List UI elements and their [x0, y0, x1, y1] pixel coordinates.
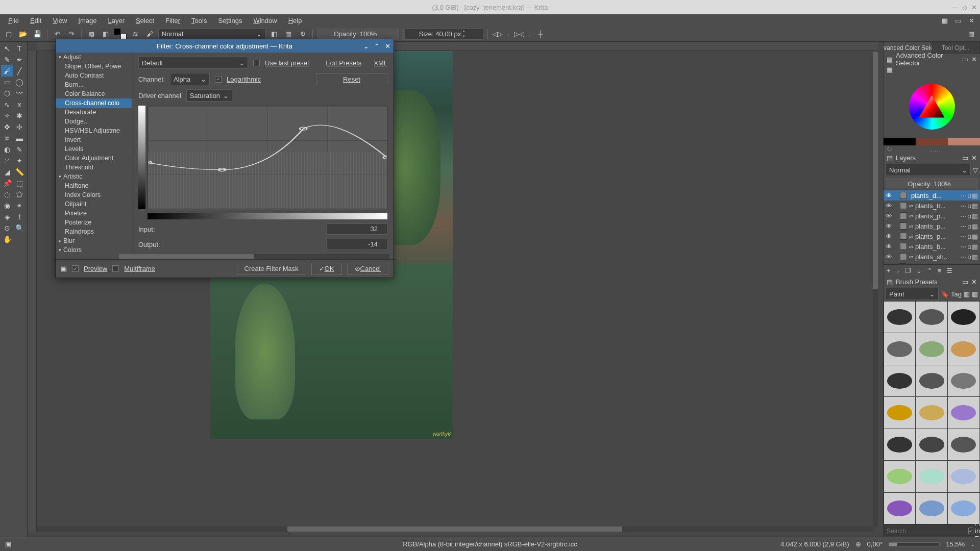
blend-mode-select[interactable]: Normal⌄: [158, 29, 265, 40]
menu-window[interactable]: Window: [248, 16, 282, 26]
layer-props-icon[interactable]: ⋯: [960, 253, 967, 261]
bezier-tool-icon[interactable]: ∿: [1, 99, 13, 110]
lock-icon[interactable]: ▦: [972, 212, 978, 220]
menu-tools[interactable]: Tools: [186, 16, 212, 26]
menu-filter[interactable]: Filter: [160, 16, 185, 26]
refresh-icon[interactable]: ↻: [887, 145, 892, 153]
edit-presets-link[interactable]: Edit Presets: [326, 59, 361, 67]
brush-preset[interactable]: [884, 429, 915, 460]
panel-close-icon[interactable]: ✕: [971, 154, 977, 162]
tree-item[interactable]: HSV/HSL Adjustme: [56, 126, 132, 135]
tree-item[interactable]: Raindrops: [56, 227, 132, 236]
layers-list[interactable]: 👁plants_d...⋯ α ▦👁ᔕplants_tr...⋯ α ▦👁ᔕpl…: [884, 190, 980, 264]
cancel-button[interactable]: ⊘ Cancel: [347, 263, 388, 275]
opacity-slider[interactable]: Opacity: 100%▴▾: [317, 29, 399, 40]
window-minimize-icon[interactable]: —: [951, 4, 958, 11]
tree-item[interactable]: Levels: [56, 144, 132, 154]
brush-tool-icon[interactable]: 🖌: [1, 65, 13, 77]
menu-settings[interactable]: Settings: [213, 16, 247, 26]
logarithmic-checkbox[interactable]: ✓: [215, 76, 222, 83]
save-file-icon[interactable]: 💾: [32, 29, 43, 40]
brush-settings-icon[interactable]: ≋: [130, 29, 141, 40]
dialog-titlebar[interactable]: Filter: Cross-channel color adjustment —…: [56, 39, 394, 53]
lock-icon[interactable]: ▦: [972, 253, 978, 261]
brush-preset-icon[interactable]: 🖌: [144, 29, 155, 40]
brush-preset[interactable]: [948, 397, 979, 428]
brush-preset[interactable]: [948, 302, 979, 333]
tree-item[interactable]: Dodge...: [56, 117, 132, 126]
preview-mode-icon[interactable]: ▣: [61, 265, 67, 272]
poly-select-tool-icon[interactable]: ⬠: [13, 189, 26, 200]
filter-tag-checkbox[interactable]: ✓: [968, 528, 973, 534]
measure-tool-icon[interactable]: 📏: [13, 166, 26, 178]
brush-preset[interactable]: [948, 333, 979, 364]
panel-close-icon[interactable]: ✕: [971, 56, 977, 63]
window-close-icon[interactable]: ✕: [971, 4, 977, 11]
reset-button[interactable]: Reset: [316, 73, 387, 85]
layer-opacity-slider[interactable]: Opacity: 100%▴▾: [886, 178, 978, 189]
free-select-tool-icon[interactable]: ◉: [1, 200, 13, 211]
dock-close-icon[interactable]: ✕: [966, 15, 977, 26]
open-file-icon[interactable]: 📂: [17, 29, 29, 40]
panel-float-icon[interactable]: ▭: [962, 56, 968, 63]
menu-layer[interactable]: Layer: [103, 16, 130, 26]
layer-menu-icon[interactable]: ☰: [946, 267, 952, 274]
scrollbar-horizontal[interactable]: [37, 527, 873, 532]
tree-category[interactable]: ▾Colors: [56, 245, 132, 254]
smart-patch-tool-icon[interactable]: ✦: [13, 155, 26, 166]
mirror-v-icon[interactable]: ▷◁: [513, 29, 525, 40]
tree-item[interactable]: Pixelize: [56, 209, 132, 218]
brush-preset[interactable]: [916, 333, 947, 364]
brush-preset[interactable]: [884, 397, 915, 428]
polyline-tool-icon[interactable]: 〰: [13, 88, 26, 99]
brush-view-icon[interactable]: ▥: [964, 290, 970, 298]
rect-select-tool-icon[interactable]: ⬚: [13, 178, 26, 189]
undo-icon[interactable]: ↶: [52, 29, 63, 40]
brush-preset[interactable]: [884, 461, 915, 492]
redo-icon[interactable]: ↷: [66, 29, 77, 40]
window-maximize-icon[interactable]: ◇: [962, 4, 967, 11]
tree-category[interactable]: ▸Blur: [56, 236, 132, 245]
xml-link[interactable]: XML: [374, 59, 387, 67]
color-history[interactable]: [884, 138, 980, 145]
freehand-path-tool-icon[interactable]: ɤ: [13, 99, 26, 110]
menu-view[interactable]: View: [47, 16, 72, 26]
menu-help[interactable]: Help: [283, 16, 307, 26]
tree-item[interactable]: Cross-channel colo: [56, 98, 132, 108]
rect-tool-icon[interactable]: ▭: [1, 77, 13, 88]
panel-float-icon[interactable]: ▭: [962, 154, 968, 162]
brush-preset[interactable]: [916, 493, 947, 524]
reference-tool-icon[interactable]: 📌: [1, 178, 13, 189]
dialog-collapse-icon[interactable]: ⌄: [363, 42, 369, 50]
filter-list[interactable]: ▾AdjustSlope, Offset, PoweAuto ContrastB…: [56, 53, 132, 254]
brush-preset[interactable]: [884, 365, 915, 396]
brush-preset[interactable]: [948, 429, 979, 460]
dock-collapse-icon[interactable]: ▭: [952, 15, 964, 26]
layer-row[interactable]: 👁plants_d...⋯ α ▦: [884, 190, 980, 201]
preview-checkbox[interactable]: ✓: [72, 265, 79, 272]
pan-tool-icon[interactable]: ✋: [1, 234, 13, 245]
add-layer-icon[interactable]: +: [887, 267, 891, 274]
tree-item[interactable]: Burn...: [56, 80, 132, 89]
multiframe-checkbox[interactable]: [112, 265, 119, 272]
multibrush-tool-icon[interactable]: ✱: [13, 110, 26, 121]
menu-image[interactable]: Image: [73, 16, 102, 26]
zoom-tool-icon[interactable]: 🔍: [13, 222, 26, 234]
crop-tool-icon[interactable]: ⌗: [1, 133, 13, 144]
layer-props-icon[interactable]: ⋯: [960, 192, 967, 199]
line-tool-icon[interactable]: ╱: [13, 65, 26, 77]
brush-size-slider[interactable]: Size: 40,00 px▴▾: [402, 29, 483, 40]
pattern-icon[interactable]: ▩: [86, 29, 97, 40]
move-up-icon[interactable]: ⌃: [927, 267, 933, 274]
brush-preset[interactable]: [948, 365, 979, 396]
filter-layers-icon[interactable]: ▽: [973, 166, 978, 174]
grip-icon[interactable]: ▤: [887, 154, 893, 162]
layer-row[interactable]: 👁ᔕplants_p...⋯ α ▦: [884, 231, 980, 241]
layer-row[interactable]: 👁ᔕplants_tr...⋯ α ▦: [884, 201, 980, 211]
dock-layout-icon[interactable]: ▦: [939, 15, 950, 26]
layer-props-icon[interactable]: ⋯: [960, 243, 967, 251]
brush-preset[interactable]: [884, 302, 915, 333]
zoom-slider[interactable]: [889, 542, 940, 546]
layer-props-icon[interactable]: ≡: [938, 267, 942, 274]
visibility-icon[interactable]: 👁: [886, 233, 892, 240]
